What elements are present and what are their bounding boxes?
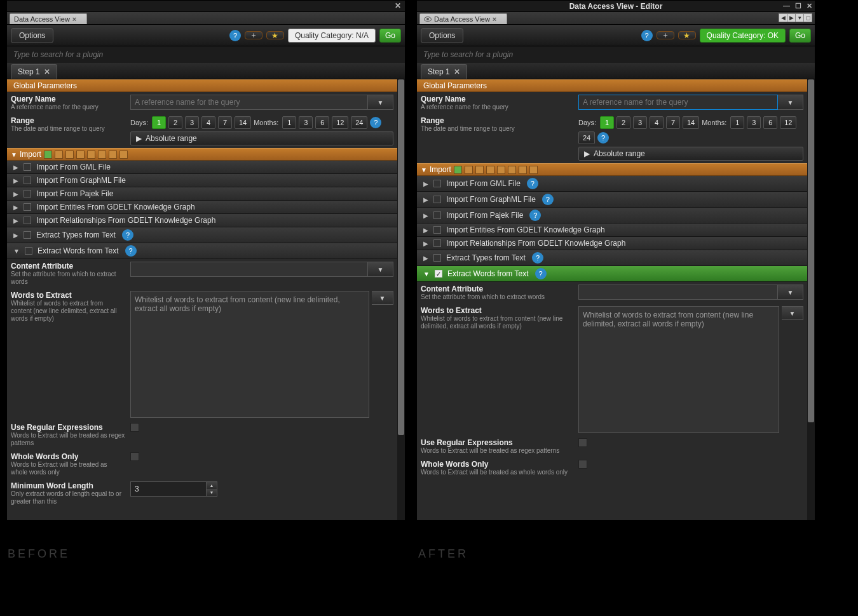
close-icon[interactable]: × bbox=[493, 15, 496, 23]
day-button[interactable]: 14 bbox=[235, 116, 251, 129]
day-button[interactable]: 3 bbox=[633, 116, 647, 129]
plugin-checkbox[interactable] bbox=[24, 177, 31, 184]
plugin-checkbox[interactable] bbox=[433, 254, 441, 262]
plugin-row[interactable]: ▶Import From GML File bbox=[7, 161, 397, 174]
help-icon[interactable]: ? bbox=[535, 268, 547, 279]
plugin-checkbox[interactable] bbox=[25, 247, 32, 255]
dropdown-icon[interactable]: ▼ bbox=[368, 262, 393, 277]
help-icon[interactable]: ? bbox=[542, 194, 554, 205]
day-button[interactable]: 2 bbox=[168, 116, 182, 129]
plugin-checkbox[interactable] bbox=[433, 226, 441, 234]
min-length-spinner[interactable]: ▲▼ bbox=[130, 481, 393, 497]
step-tab[interactable]: Step 1 ✕ bbox=[11, 64, 57, 79]
help-icon[interactable]: ? bbox=[641, 30, 653, 41]
tab-next-icon[interactable]: ▶ bbox=[787, 13, 796, 22]
month-button[interactable]: 24 bbox=[578, 131, 595, 144]
plugin-row[interactable]: ▶Import Relationships From GDELT Knowled… bbox=[7, 214, 397, 227]
day-button[interactable]: 3 bbox=[185, 116, 199, 129]
plugin-checkbox[interactable] bbox=[433, 196, 441, 203]
plugin-row-active[interactable]: ▼ Extract Words from Text ? bbox=[417, 266, 807, 282]
plugin-checkbox[interactable] bbox=[433, 211, 441, 219]
spin-up-icon[interactable]: ▲ bbox=[207, 482, 217, 489]
help-icon[interactable]: ? bbox=[529, 210, 541, 221]
view-tab[interactable]: Data Access View × bbox=[419, 13, 507, 24]
month-button[interactable]: 3 bbox=[299, 116, 313, 129]
day-button[interactable]: 14 bbox=[683, 116, 699, 129]
plugin-checkbox[interactable] bbox=[433, 239, 441, 247]
month-button[interactable]: 3 bbox=[747, 116, 761, 129]
day-button[interactable]: 7 bbox=[218, 116, 232, 129]
add-button[interactable]: ＋ bbox=[245, 31, 262, 39]
plugin-checkbox[interactable] bbox=[24, 190, 31, 198]
tab-list-icon[interactable]: ▾ bbox=[795, 13, 804, 22]
plugin-checkbox[interactable] bbox=[24, 217, 31, 224]
close-icon[interactable]: ✕ bbox=[807, 2, 812, 10]
words-textarea[interactable]: Whitelist of words to extract from conte… bbox=[578, 306, 779, 433]
add-button[interactable]: ＋ bbox=[657, 31, 674, 39]
help-icon[interactable]: ? bbox=[527, 178, 538, 189]
plugin-checkbox[interactable] bbox=[24, 231, 31, 239]
help-icon[interactable]: ? bbox=[370, 117, 381, 128]
day-button[interactable]: 7 bbox=[666, 116, 680, 129]
dropdown-icon[interactable]: ▼ bbox=[778, 95, 803, 110]
plugin-row[interactable]: ▶Import Entities From GDELT Knowledge Gr… bbox=[417, 224, 807, 237]
step-tab[interactable]: Step 1 ✕ bbox=[421, 64, 467, 79]
month-button[interactable]: 12 bbox=[332, 116, 348, 129]
go-button[interactable]: Go bbox=[379, 29, 401, 43]
favorite-button[interactable]: ★ bbox=[678, 31, 696, 39]
minimize-icon[interactable]: — bbox=[783, 2, 790, 10]
plugin-checkbox[interactable] bbox=[433, 180, 441, 187]
min-length-input[interactable] bbox=[130, 481, 207, 497]
day-button[interactable]: 4 bbox=[201, 116, 215, 129]
plugin-row[interactable]: ▶Import From Pajek File bbox=[7, 187, 397, 201]
scroll-thumb[interactable] bbox=[398, 79, 404, 435]
scrollbar[interactable] bbox=[397, 79, 405, 520]
plugin-row[interactable]: ▶Import From GraphML File? bbox=[417, 192, 807, 208]
favorite-button[interactable]: ★ bbox=[266, 31, 284, 39]
dropdown-icon[interactable]: ▼ bbox=[778, 285, 803, 300]
help-icon[interactable]: ? bbox=[597, 132, 609, 144]
close-icon[interactable]: ✕ bbox=[395, 1, 401, 10]
scrollbar[interactable] bbox=[807, 79, 815, 520]
options-button[interactable]: Options bbox=[11, 28, 53, 43]
help-icon[interactable]: ? bbox=[229, 30, 241, 41]
plugin-search-input[interactable] bbox=[422, 50, 810, 60]
content-attribute-select[interactable]: ▼ bbox=[578, 285, 803, 300]
whole-words-checkbox[interactable] bbox=[130, 452, 139, 461]
query-name-input[interactable]: ▼ bbox=[578, 95, 803, 110]
tab-prev-icon[interactable]: ◀ bbox=[779, 13, 787, 22]
view-tab[interactable]: Data Access View × bbox=[10, 13, 87, 24]
month-button[interactable]: 1 bbox=[282, 116, 296, 129]
plugin-row[interactable]: ▶Import Relationships From GDELT Knowled… bbox=[417, 237, 807, 250]
regex-checkbox[interactable] bbox=[578, 438, 587, 447]
day-button[interactable]: 2 bbox=[616, 116, 630, 129]
month-button[interactable]: 24 bbox=[351, 116, 367, 129]
month-button[interactable]: 1 bbox=[730, 116, 744, 129]
tab-max-icon[interactable]: ◻ bbox=[803, 13, 812, 22]
options-button[interactable]: Options bbox=[421, 28, 463, 43]
content-attribute-input[interactable] bbox=[130, 262, 368, 277]
import-header[interactable]: ▼ Import bbox=[7, 148, 397, 161]
import-header[interactable]: ▼ Import bbox=[417, 163, 807, 176]
day-button[interactable]: 4 bbox=[650, 116, 664, 129]
query-name-input[interactable]: ▼ bbox=[130, 95, 393, 110]
absolute-range-toggle[interactable]: ▶Absolute range bbox=[130, 131, 393, 145]
plugin-row[interactable]: ▶Import From GraphML File bbox=[7, 174, 397, 187]
scroll-thumb[interactable] bbox=[808, 79, 814, 422]
plugin-checkbox[interactable] bbox=[24, 163, 31, 171]
close-icon[interactable]: × bbox=[72, 15, 76, 23]
plugin-row[interactable]: ▶Import Entities From GDELT Knowledge Gr… bbox=[7, 201, 397, 214]
day-button[interactable]: 1 bbox=[152, 116, 166, 129]
content-attribute-select[interactable]: ▼ bbox=[130, 262, 393, 277]
dropdown-icon[interactable]: ▼ bbox=[782, 306, 803, 320]
plugin-row[interactable]: ▶Extract Types from Text? bbox=[417, 250, 807, 266]
maximize-icon[interactable]: ☐ bbox=[795, 2, 801, 10]
content-attribute-input[interactable] bbox=[578, 285, 778, 300]
dropdown-icon[interactable]: ▼ bbox=[372, 291, 393, 305]
plugin-search-input[interactable] bbox=[12, 50, 400, 60]
help-icon[interactable]: ? bbox=[122, 229, 133, 241]
day-button[interactable]: 1 bbox=[600, 116, 614, 129]
plugin-row[interactable]: ▶Import From Pajek File? bbox=[417, 208, 807, 224]
plugin-checkbox[interactable] bbox=[435, 270, 442, 278]
month-button[interactable]: 12 bbox=[780, 116, 796, 129]
